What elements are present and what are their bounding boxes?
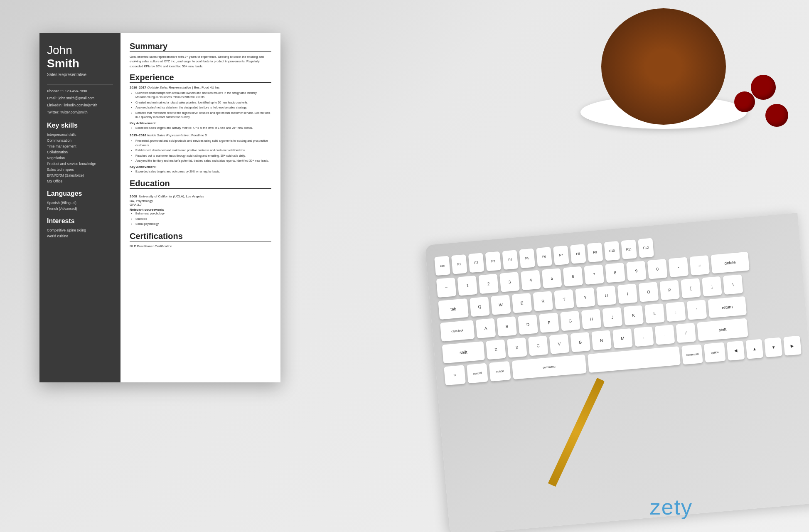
exp-role-1: Outside Sales Representative — [147, 86, 191, 89]
zety-logo: zety — [650, 495, 693, 520]
contact-phone: Phone: +1 123-456-7890 — [47, 89, 113, 94]
tea-cup — [601, 8, 726, 125]
skill-item: Time management — [47, 144, 113, 148]
achievement-bullets-1: Exceeded sales targets and activity metr… — [130, 126, 271, 131]
resume-document: John Smith Sales Representative Phone: +… — [39, 33, 280, 382]
contact-phone-value: +1 123-456-7890 — [60, 89, 87, 93]
skill-item: Communication — [47, 138, 113, 143]
education-heading: Education — [130, 179, 271, 189]
keyboard-decoration: esc F1 F2 F3 F4 F5 F6 F7 F8 F9 F10 F11 F… — [425, 213, 809, 532]
exp-bullets-1: Cultivated relationships with restaurant… — [130, 91, 271, 120]
language-item: French (Advanced) — [47, 207, 113, 211]
achievement-bullets-2: Exceeded sales targets and outcomes by 2… — [130, 170, 271, 174]
skill-item: Negotiation — [47, 156, 113, 160]
experience-entry-1: 2016–2017 Outside Sales Representative |… — [130, 86, 271, 131]
interests-heading: Interests — [47, 217, 113, 225]
certification-item: NLP Practitioner Certification — [130, 244, 271, 248]
summary-text: Goal-oriented sales representative with … — [130, 54, 271, 69]
contact-twitter: Twitter: twitter.com/jsmith — [47, 110, 113, 115]
education-entry: 2008 University of California (UCLA), Lo… — [130, 192, 271, 227]
skill-item: Interpersonal skills — [47, 133, 113, 137]
achievement-label-1: Key Achievement: — [130, 121, 271, 125]
contact-email: Email: john.smith@gmail.com — [47, 96, 113, 101]
exp-bullet: Cultivated relationships with restaurant… — [135, 91, 271, 100]
first-name: John — [47, 44, 113, 57]
exp-company-1: Best Food 4U Inc. — [194, 86, 221, 89]
summary-heading: Summary — [130, 42, 271, 52]
exp-bullet: Analyzed the territory and market's pote… — [135, 159, 271, 163]
exp-years-1: 2016–2017 — [130, 86, 146, 89]
exp-bullets-2: Presented, promoted and sold products an… — [130, 139, 271, 163]
edu-school: University of California (UCLA), Los Ang… — [139, 195, 204, 198]
contact-linkedin: LinkedIn: linkedin.com/in/jsmith — [47, 103, 113, 108]
exp-bullet: Presented, promoted and sold products an… — [135, 139, 271, 148]
contact-twitter-value: twitter.com/jsmith — [60, 110, 87, 114]
exp-years-2: 2015–2016 — [130, 133, 146, 137]
contact-email-value: john.smith@gmail.com — [59, 96, 94, 100]
interest-item: World cuisine — [47, 234, 113, 238]
contact-phone-label: Phone: — [47, 89, 59, 93]
edu-year-school: 2008 University of California (UCLA), Lo… — [130, 192, 271, 199]
exp-bullet: Analyzed sales/metrics data from the des… — [135, 106, 271, 110]
resume-main-content: Summary Goal-oriented sales representati… — [120, 33, 280, 382]
exp-role-2: Inside Sales Representative — [147, 133, 189, 137]
coursework-item: Statistics — [135, 217, 271, 222]
contact-linkedin-value: linkedin.com/in/jsmith — [64, 103, 97, 107]
experience-heading: Experience — [130, 73, 271, 83]
cherry-decoration-2 — [765, 104, 788, 127]
sidebar-divider-1 — [47, 84, 113, 85]
coursework-item: Behavioral psychology — [135, 212, 271, 216]
edu-year: 2008 — [130, 195, 137, 198]
edu-coursework: Behavioral psychology Statistics Social … — [130, 212, 271, 227]
achievement-bullet: Exceeded sales targets and outcomes by 2… — [135, 170, 271, 174]
exp-bullet: Established, developed and maintained po… — [135, 148, 271, 153]
certifications-heading: Certifications — [130, 232, 271, 241]
skills-heading: Key skills — [47, 122, 113, 129]
language-item: Spanish (Bilingual) — [47, 201, 113, 205]
exp-header-2: 2015–2016 Inside Sales Representative | … — [130, 133, 271, 137]
exp-bullet: Reached out to customer leads through co… — [135, 154, 271, 158]
edu-gpa: GPA 3.7 — [130, 203, 271, 207]
last-name: Smith — [47, 57, 79, 70]
exp-bullet: Created and maintained a robust sales pi… — [135, 101, 271, 105]
skill-item: Product and service knowledge — [47, 162, 113, 166]
skill-item: Collaboration — [47, 150, 113, 154]
resume-sidebar: John Smith Sales Representative Phone: +… — [39, 33, 120, 382]
cherry-decoration-3 — [734, 91, 755, 112]
edu-degree: BA, Psychology — [130, 199, 271, 203]
experience-entry-2: 2015–2016 Inside Sales Representative | … — [130, 133, 271, 174]
contact-linkedin-label: LinkedIn: — [47, 103, 63, 107]
achievement-label-2: Key Achievement: — [130, 165, 271, 169]
exp-header-1: 2016–2017 Outside Sales Representative |… — [130, 86, 271, 89]
achievement-bullet: Exceeded sales targets and activity metr… — [135, 126, 271, 131]
edu-coursework-label: Relevant coursework: — [130, 208, 271, 212]
resume-name: John Smith — [47, 44, 113, 70]
exp-company-2: Foodline X — [191, 133, 207, 137]
contact-twitter-label: Twitter: — [47, 110, 59, 114]
skill-item: BRM/CRM (Salesforce) — [47, 173, 113, 177]
interest-item: Competitive alpine skiing — [47, 228, 113, 232]
exp-bullet: Ensured that merchants receive the highe… — [135, 111, 271, 120]
skill-item: MS Office — [47, 179, 113, 183]
languages-heading: Languages — [47, 190, 113, 197]
contact-email-label: Email: — [47, 96, 58, 100]
skill-item: Sales techniques — [47, 167, 113, 172]
coursework-item: Social psychology — [135, 222, 271, 227]
cherry-decoration-1 — [751, 75, 776, 100]
job-title: Sales Representative — [47, 72, 113, 77]
